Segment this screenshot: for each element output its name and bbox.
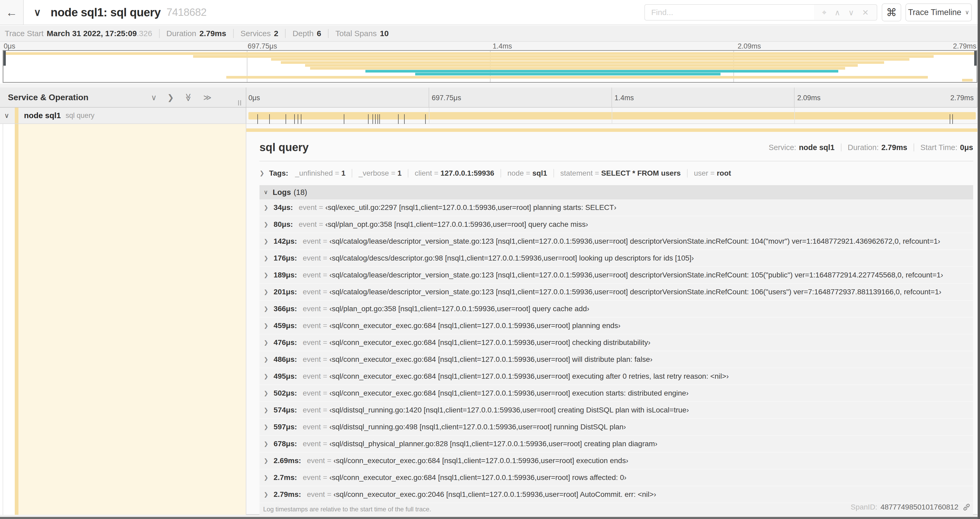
timeline-ruler: 0μs697.75μs1.4ms2.09ms2.79ms: [246, 88, 977, 108]
double-chevron-right-icon[interactable]: ≫: [204, 93, 212, 102]
logs-header[interactable]: ∨ Logs (18): [259, 185, 973, 200]
chevron-right-icon[interactable]: ❯: [264, 390, 269, 396]
column-resizer-handle[interactable]: [238, 100, 241, 105]
chevron-right-icon[interactable]: ❯: [264, 323, 269, 329]
span-row-track[interactable]: [246, 108, 977, 124]
next-match-icon[interactable]: ∨: [848, 8, 854, 17]
chevron-right-icon[interactable]: ❯: [264, 441, 269, 447]
log-field-value: ‹sql/conn_executor_exec.go:684 [nsql1,cl…: [329, 355, 652, 364]
log-field-key: event: [307, 457, 325, 465]
chevron-down-icon[interactable]: ∨: [151, 93, 157, 102]
log-row[interactable]: ❯34μs:event=‹sql/exec_util.go:2297 [nsql…: [259, 200, 973, 216]
chevron-right-icon[interactable]: ❯: [264, 272, 269, 278]
log-field-key: event: [303, 237, 321, 246]
span-duration-bar[interactable]: [248, 112, 976, 120]
chevron-right-icon[interactable]: ❯: [264, 306, 269, 312]
log-field-key: event: [303, 440, 321, 448]
log-field-key: event: [303, 288, 321, 296]
log-row[interactable]: ❯2.79ms:event=‹sql/conn_executor_exec.go…: [259, 486, 973, 503]
minimap-span-bar: [962, 79, 973, 81]
chevron-right-icon[interactable]: ❯: [264, 238, 269, 244]
equals-sign: =: [323, 423, 327, 431]
minimap-left-handle[interactable]: [3, 51, 6, 65]
minimap-span-bar: [415, 73, 721, 75]
chevron-right-icon[interactable]: ❯: [167, 93, 174, 102]
time-tick-label: 697.75μs: [248, 42, 277, 50]
double-chevron-down-icon[interactable]: ≫: [184, 93, 193, 101]
equals-sign: =: [319, 220, 323, 228]
chevron-right-icon[interactable]: ❯: [264, 356, 269, 363]
chevron-right-icon[interactable]: ❯: [264, 491, 269, 498]
time-tick-label: 2.09ms: [797, 94, 821, 102]
log-row[interactable]: ❯142μs:event=‹sql/catalog/lease/descript…: [259, 233, 973, 250]
view-selector-label: Trace Timeline: [908, 8, 961, 17]
log-row[interactable]: ❯678μs:event=‹sql/distsql_physical_plann…: [259, 436, 973, 452]
log-row[interactable]: ❯201μs:event=‹sql/catalog/lease/descript…: [259, 284, 973, 301]
log-row[interactable]: ❯2.69ms:event=‹sql/conn_executor_exec.go…: [259, 452, 973, 469]
span-id-label: SpanID:: [851, 503, 877, 511]
log-field-value: ‹sql/catalog/lease/descriptor_version_st…: [329, 288, 941, 296]
log-row[interactable]: ❯80μs:event=‹sql/plan_opt.go:358 [nsql1,…: [259, 216, 973, 233]
link-icon[interactable]: [962, 503, 971, 512]
track-gridline: [794, 108, 795, 123]
locate-icon[interactable]: ⌖: [822, 8, 826, 17]
collapse-controls: ∨ ❯ ≫ ≫: [151, 88, 212, 107]
log-row[interactable]: ❯495μs:event=‹sql/conn_executor_exec.go:…: [259, 368, 973, 385]
track-gridline: [429, 108, 430, 123]
clear-search-icon[interactable]: ✕: [862, 8, 869, 17]
log-row[interactable]: ❯502μs:event=‹sql/conn_executor_exec.go:…: [259, 385, 973, 402]
trace-view-selector[interactable]: Trace Timeline∨: [905, 3, 972, 21]
minimap-span-bar: [310, 67, 845, 70]
horizontal-scrollbar[interactable]: [0, 517, 980, 519]
span-row-label[interactable]: ∨ node sql1 sql query: [0, 108, 246, 124]
minimap-span-bar: [365, 70, 838, 72]
divider: [328, 29, 329, 38]
minimap-span-bar: [3, 52, 977, 55]
chevron-right-icon[interactable]: ❯: [264, 407, 269, 413]
log-row[interactable]: ❯176μs:event=‹sql/catalog/descs/descript…: [259, 250, 973, 267]
equals-sign: =: [323, 372, 327, 380]
log-row[interactable]: ❯486μs:event=‹sql/conn_executor_exec.go:…: [259, 351, 973, 368]
divider: [159, 29, 160, 38]
vertical-scrollbar[interactable]: [978, 0, 980, 519]
divider: [259, 161, 973, 161]
log-field-key: event: [299, 220, 317, 228]
log-row[interactable]: ❯597μs:event=‹sql/distsql_running.go:498…: [259, 419, 973, 436]
chevron-right-icon[interactable]: ❯: [264, 474, 269, 481]
chevron-right-icon[interactable]: ❯: [264, 255, 269, 261]
time-tick-label: 0μs: [4, 42, 15, 50]
chevron-right-icon[interactable]: ❯: [264, 424, 269, 430]
log-row[interactable]: ❯574μs:event=‹sql/distsql_running.go:142…: [259, 402, 973, 419]
log-field-value: ‹sql/conn_executor_exec.go:684 [nsql1,cl…: [329, 473, 627, 482]
chevron-right-icon[interactable]: ❯: [264, 458, 269, 464]
summary-value: 6: [317, 29, 321, 38]
log-field-key: event: [303, 473, 321, 482]
chevron-right-icon[interactable]: ❯: [264, 373, 269, 380]
logs-count: (18): [293, 188, 307, 197]
service-color-accent: [15, 124, 18, 515]
log-field-value: ‹sql/conn_executor_exec.go:684 [nsql1,cl…: [334, 457, 628, 465]
back-button[interactable]: ←: [0, 0, 24, 24]
trace-collapse-caret-icon[interactable]: ∨: [34, 0, 41, 24]
span-id-value: 4877749850101760812: [880, 503, 958, 511]
chevron-right-icon[interactable]: ❯: [264, 221, 269, 228]
chevron-right-icon[interactable]: ❯: [264, 204, 269, 211]
chevron-right-icon[interactable]: ❯: [264, 339, 269, 346]
log-row[interactable]: ❯366μs:event=‹sql/plan_opt.go:358 [nsql1…: [259, 301, 973, 318]
log-field-key: event: [303, 406, 321, 414]
log-row[interactable]: ❯2.7ms:event=‹sql/conn_executor_exec.go:…: [259, 469, 973, 486]
minimap-span-bar: [193, 55, 934, 58]
equals-sign: =: [323, 355, 327, 364]
log-row[interactable]: ❯459μs:event=‹sql/conn_executor_exec.go:…: [259, 318, 973, 334]
find-input[interactable]: [644, 4, 814, 21]
log-row[interactable]: ❯476μs:event=‹sql/conn_executor_exec.go:…: [259, 334, 973, 351]
minimap-canvas[interactable]: [3, 50, 977, 83]
keyboard-shortcuts-button[interactable]: ⌘: [882, 3, 901, 21]
prev-match-icon[interactable]: ∧: [835, 8, 840, 17]
chevron-down-icon: ∨: [965, 9, 969, 16]
minimap-right-handle[interactable]: [974, 51, 977, 65]
span-color-strip: [246, 128, 977, 132]
chevron-right-icon[interactable]: ❯: [264, 289, 269, 295]
span-collapse-caret-icon[interactable]: ∨: [4, 112, 9, 120]
log-row[interactable]: ❯189μs:event=‹sql/catalog/lease/descript…: [259, 267, 973, 284]
